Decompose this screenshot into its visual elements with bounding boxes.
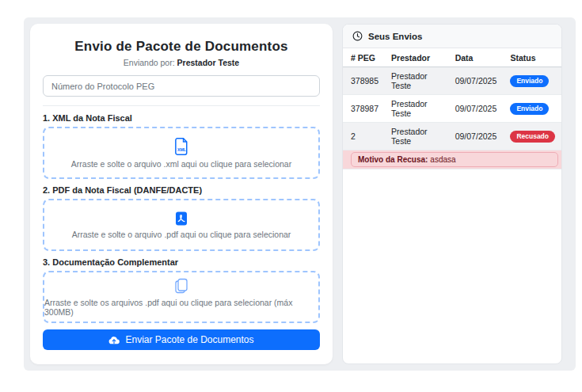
col-status: Status [504,48,561,67]
files-icon [174,278,188,294]
status-badge: Enviado [510,103,549,115]
rejection-reason-row: Motivo da Recusa:asdasa [343,150,561,169]
pdf-section-label: 2. PDF da Nota Fiscal (DANFE/DACTE) [43,185,320,195]
data-cell: 09/07/2025 [449,123,504,150]
prestador-cell: Prestador Teste [385,67,449,95]
rejection-reason-value: asdasa [430,155,455,164]
status-cell: Enviado [504,67,561,95]
status-badge: Enviado [510,75,549,87]
protocol-peg-input[interactable] [43,75,320,97]
clock-icon [352,31,363,41]
svg-text:XML: XML [177,147,186,152]
peg-cell: 378987 [343,95,385,123]
data-cell: 09/07/2025 [449,67,504,95]
docs-dropzone-hint: Arraste e solte os arquivos .pdf aqui ou… [44,298,318,317]
prestador-cell: Prestador Teste [385,95,449,123]
send-package-button-label: Enviar Pacote de Documentos [125,334,253,345]
submissions-card: Seus Envios # PEG Prestador Data Status … [342,24,562,364]
cloud-upload-icon [108,336,120,344]
peg-cell: 2 [343,123,385,150]
pdf-file-icon [175,211,188,226]
submissions-title: Seus Envios [368,32,422,41]
status-cell: Enviado [504,95,561,123]
page-title: Envio de Pacote de Documentos [43,39,320,55]
status-badge: Recusado [510,131,555,143]
table-row: 378985 Prestador Teste 09/07/2025 Enviad… [343,67,561,95]
subtitle-prefix: Enviando por: [124,58,175,67]
xml-dropzone[interactable]: XML Arraste e solte o arquivo .xml aqui … [43,127,320,179]
xml-file-icon: XML [174,138,189,155]
table-row: 2 Prestador Teste 09/07/2025 Recusado [343,123,561,150]
peg-cell: 378985 [343,67,385,95]
pdf-dropzone-hint: Arraste e solte o arquivo .pdf aqui ou c… [72,230,291,239]
data-cell: 09/07/2025 [449,95,504,123]
upload-form-card: Envio de Pacote de Documentos Enviando p… [30,24,333,364]
app-background: Envio de Pacote de Documentos Enviando p… [24,17,576,371]
submissions-header: Seus Envios [343,25,561,48]
send-package-button[interactable]: Enviar Pacote de Documentos [43,329,320,350]
divider [43,105,320,106]
rejection-reason-alert: Motivo da Recusa:asdasa [351,152,558,167]
docs-section-label: 3. Documentação Complementar [43,257,320,267]
provider-name: Prestador Teste [177,58,240,67]
xml-dropzone-hint: Arraste e solte o arquivo .xml aqui ou c… [71,159,291,169]
table-header-row: # PEG Prestador Data Status [343,48,561,67]
xml-section-label: 1. XML da Nota Fiscal [43,113,320,123]
docs-dropzone[interactable]: Arraste e solte os arquivos .pdf aqui ou… [43,271,320,323]
col-peg: # PEG [343,48,385,67]
prestador-cell: Prestador Teste [385,123,449,150]
col-prestador: Prestador [385,48,449,67]
submissions-table: # PEG Prestador Data Status 378985 Prest… [343,48,561,169]
table-row: 378987 Prestador Teste 09/07/2025 Enviad… [343,95,561,123]
sending-by-subtitle: Enviando por:Prestador Teste [43,58,320,67]
col-data: Data [449,48,504,67]
status-cell: Recusado [504,123,561,150]
rejection-reason-label: Motivo da Recusa: [358,155,428,164]
pdf-dropzone[interactable]: Arraste e solte o arquivo .pdf aqui ou c… [43,199,320,251]
